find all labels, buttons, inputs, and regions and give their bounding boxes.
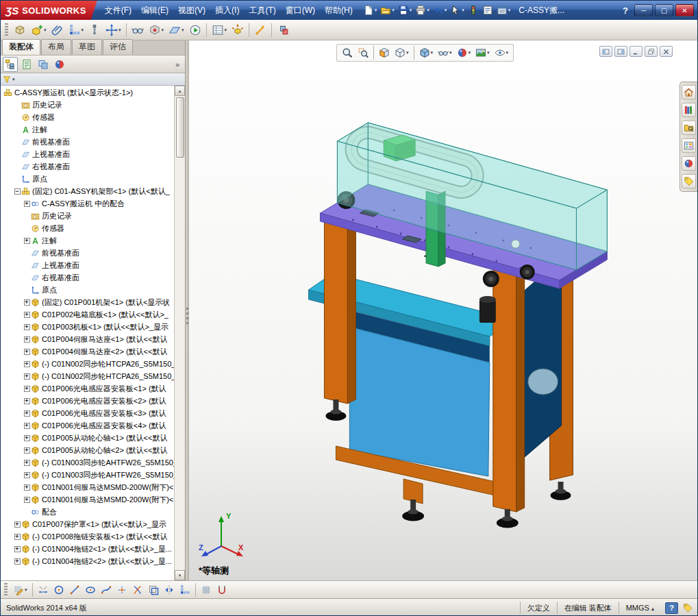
expand-icon[interactable]: + — [14, 558, 21, 565]
tree-expander[interactable]: + — [23, 460, 31, 466]
edit-appearance-button[interactable]: ▾ — [455, 45, 473, 60]
linear-component-pattern-button[interactable]: ▾ — [66, 22, 86, 38]
save-button[interactable]: ▾ — [397, 4, 414, 16]
expand-icon[interactable]: + — [24, 299, 30, 306]
doc-close-button[interactable] — [660, 46, 673, 57]
tree-expander[interactable]: + — [13, 521, 21, 528]
view-settings-button[interactable]: ▾ — [493, 45, 511, 60]
rebuild-button[interactable] — [466, 4, 480, 16]
tree-item[interactable]: +C01N001伺服马达MSMD-200W(附下)< — [1, 493, 174, 506]
doc-tile-right-button[interactable] — [614, 46, 627, 57]
tree-expander[interactable]: + — [23, 324, 31, 330]
circle-tool-button[interactable] — [51, 582, 66, 597]
expand-icon[interactable]: + — [24, 460, 30, 466]
edit-component-button[interactable] — [12, 22, 28, 38]
expand-icon[interactable]: + — [24, 423, 30, 429]
tree-item[interactable]: +C-ASSY搬运机 中的配合 — [1, 197, 174, 210]
tree-item[interactable]: 上视基准面 — [1, 148, 174, 160]
design-library-button[interactable] — [682, 103, 696, 117]
tree-item[interactable]: +C01P006光电感应器安装板<2> (默认 — [1, 395, 174, 407]
expand-icon[interactable]: + — [24, 435, 30, 441]
tree-expander[interactable]: + — [23, 299, 31, 306]
tree-scrollbar[interactable]: ▲ ▼ — [174, 86, 185, 580]
tree-item[interactable]: +(-) C01P008拖链安装板<1> (默认<<默认 — [1, 530, 174, 543]
status-help-button[interactable]: ? — [665, 602, 678, 614]
tree-expander[interactable]: + — [23, 238, 31, 244]
tree-expander[interactable]: + — [13, 534, 21, 540]
panel-tab-propertymanager[interactable] — [19, 57, 34, 72]
tree-item[interactable]: 上视基准面 — [1, 259, 174, 271]
expand-icon[interactable]: + — [24, 410, 30, 417]
doc-minimize-button[interactable] — [630, 46, 643, 57]
tree-expander[interactable]: + — [13, 558, 21, 565]
panel-tab-featuremanager-design-tree[interactable] — [3, 57, 18, 72]
linear-sketch-pattern-button[interactable] — [177, 582, 192, 597]
minimize-button[interactable]: ─ — [634, 4, 653, 16]
menu-T[interactable]: 工具(T) — [244, 3, 280, 19]
expand-icon[interactable]: + — [14, 534, 21, 540]
tree-item[interactable]: +C01N001伺服马达MSMD-200W(附下)< — [1, 481, 174, 493]
tree-item[interactable]: +(-) C01N004拖链2<2> (默认<<默认>_显... — [1, 555, 174, 567]
tree-item[interactable]: 前视基准面 — [1, 247, 174, 259]
tree-expander[interactable]: + — [23, 361, 31, 367]
assembly-features-button[interactable]: ▾ — [147, 22, 166, 38]
tab-草图[interactable]: 草图 — [72, 39, 102, 55]
move-component-button[interactable]: ▾ — [103, 22, 123, 38]
tree-expander[interactable]: + — [23, 410, 31, 417]
tree-item[interactable]: 原点 — [1, 284, 174, 296]
smart-fasteners-button[interactable] — [86, 22, 103, 38]
zoom-to-area-button[interactable] — [356, 45, 371, 60]
model-3d-view[interactable] — [189, 40, 697, 580]
expand-icon[interactable]: + — [24, 349, 30, 355]
mate-button[interactable] — [49, 22, 66, 38]
tree-item[interactable]: 右视基准面 — [1, 160, 174, 173]
tree-expander[interactable]: + — [23, 484, 31, 491]
menu-I[interactable]: 插入(I) — [210, 3, 244, 19]
units-selector[interactable]: MMGS ▴ — [619, 602, 661, 614]
filter-dropdown-arrow[interactable]: ▾ — [12, 77, 15, 82]
tree-item[interactable]: +(固定) C01P001机架<1> (默认<显示状 — [1, 296, 174, 308]
graphics-viewport[interactable]: ▾▾▾▾▾▾ Y X Z *等轴测 — [189, 40, 697, 580]
new-document-button[interactable]: ▾ — [362, 4, 379, 16]
menu-V[interactable]: 视图(V) — [173, 3, 210, 19]
smart-dimension-button[interactable] — [36, 582, 51, 597]
insert-components-button[interactable]: ▾ — [29, 22, 49, 38]
close-button[interactable]: ✕ — [675, 4, 694, 16]
new-motion-study-button[interactable] — [187, 22, 203, 38]
expand-icon[interactable]: + — [24, 201, 30, 207]
maximize-button[interactable]: ▢ — [655, 4, 673, 16]
apply-scene-button[interactable]: ▾ — [473, 45, 492, 60]
print-button[interactable]: ▾ — [414, 4, 431, 16]
tree-expander[interactable]: + — [23, 373, 31, 380]
quick-snaps-button[interactable] — [214, 582, 229, 597]
mirror-entities-button[interactable] — [162, 582, 177, 597]
filter-funnel-icon[interactable] — [3, 75, 11, 84]
tree-expander[interactable]: + — [23, 312, 31, 318]
tree-item[interactable]: 历史记录 — [1, 99, 174, 111]
trim-entities-button[interactable] — [130, 582, 145, 597]
tree-item[interactable]: +注解 — [1, 234, 174, 247]
ellipse-tool-button[interactable] — [83, 582, 98, 597]
menu-H[interactable]: 帮助(H) — [320, 3, 358, 19]
tree-expander[interactable]: + — [23, 336, 31, 343]
tree-item[interactable]: +C01P006光电感应器安装板<4> (默认 — [1, 419, 174, 432]
expand-icon[interactable]: + — [24, 398, 30, 404]
tree-item[interactable]: 注解 — [1, 123, 174, 136]
tree-item[interactable]: +(-) C01N002同步轮HTCPA26_S5M150_ — [1, 358, 174, 370]
display-style-button[interactable]: ▾ — [417, 45, 436, 60]
tree-expander[interactable]: + — [23, 497, 31, 503]
scrollbar-thumb[interactable] — [176, 97, 184, 158]
tree-expander[interactable]: + — [23, 423, 31, 429]
panel-overflow-chevron[interactable]: » — [175, 60, 183, 69]
tree-item[interactable]: 传感器 — [1, 111, 174, 123]
tree-expander[interactable]: + — [23, 447, 31, 454]
tree-item[interactable]: +(-) C01N003同步轮AHTFW26_S5M150_ — [1, 469, 174, 481]
tree-item[interactable]: 传感器 — [1, 222, 174, 234]
spline-tool-button[interactable] — [99, 582, 114, 597]
select-button[interactable]: ▾ — [449, 4, 466, 16]
tree-expander[interactable]: + — [23, 435, 31, 441]
tree-item[interactable]: +(-) C01N002同步轮HTCPA26_S5M150_ — [1, 370, 174, 382]
expand-icon[interactable]: + — [24, 472, 30, 478]
tree-expander[interactable]: + — [23, 386, 31, 392]
sketch-toolbar-grip[interactable] — [4, 583, 8, 597]
